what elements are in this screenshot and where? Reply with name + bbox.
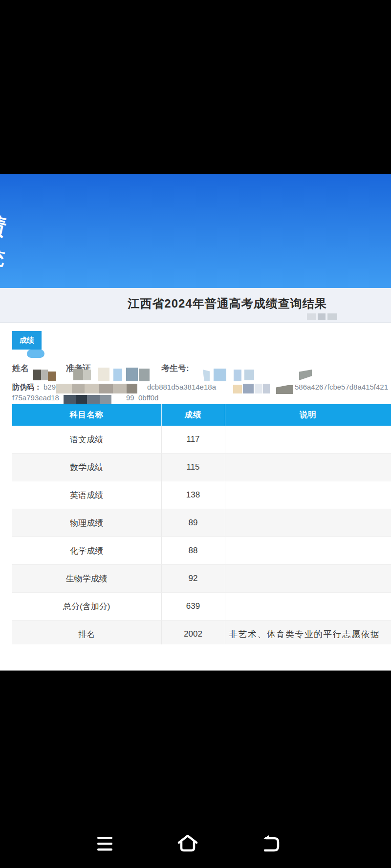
security-code-text: b29 (43, 383, 56, 391)
censor-block (126, 368, 138, 381)
subject-cell: 排名 (12, 620, 161, 645)
note-cell (225, 537, 391, 565)
note-cell (225, 481, 391, 509)
header-score: 成绩 (161, 404, 225, 426)
censor-block (76, 395, 87, 404)
censor-block (33, 370, 41, 380)
table-row: 总分(含加分)639 (12, 593, 391, 620)
censor-block (263, 384, 270, 393)
score-table-wrapper: 科目名称 成绩 说明 语文成绩117数学成绩115英语成绩138物理成绩89化学… (12, 404, 391, 644)
header-subject: 科目名称 (12, 404, 161, 426)
table-row: 生物学成绩92 (12, 565, 391, 593)
censor-block (318, 313, 326, 320)
banner: 绩 统 (0, 174, 391, 288)
censor-block (113, 384, 127, 393)
note-cell (225, 454, 391, 481)
name-label: 姓名 (12, 363, 29, 374)
home-icon (177, 834, 198, 852)
censor-block (99, 384, 113, 393)
page-title: 江西省2024年普通高考成绩查询结果 (0, 288, 391, 311)
score-cell: 2002 (161, 620, 225, 645)
menu-icon (97, 836, 113, 852)
score-cell: 117 (161, 426, 225, 454)
censor-block (255, 384, 262, 393)
censor-block (203, 370, 210, 381)
censor-block (64, 395, 76, 404)
table-row: 排名2002非艺术、体育类专业的平行志愿依据 (12, 620, 391, 645)
candidate-no-label: 考生号: (161, 363, 189, 374)
censor-block (234, 370, 241, 381)
censor-block (85, 384, 99, 393)
table-row: 化学成绩88 (12, 537, 391, 565)
table-row: 物理成绩89 (12, 509, 391, 537)
table-header-row: 科目名称 成绩 说明 (12, 404, 391, 426)
censor-block (72, 384, 85, 393)
censor-block (244, 370, 254, 380)
censor-block (214, 369, 226, 381)
table-row: 数学成绩115 (12, 454, 391, 481)
censor-block (139, 369, 150, 381)
censor-block (243, 384, 254, 393)
subject-cell: 化学成绩 (12, 537, 161, 565)
censor-block (56, 384, 72, 393)
subject-cell: 语文成绩 (12, 426, 161, 454)
censor-block (48, 372, 56, 381)
censor-block (83, 370, 91, 380)
menu-button[interactable] (97, 836, 113, 852)
censor-block (73, 369, 83, 380)
score-table: 科目名称 成绩 说明 语文成绩117数学成绩115英语成绩138物理成绩89化学… (12, 404, 391, 644)
score-cell: 138 (161, 481, 225, 509)
table-row: 英语成绩138 (12, 481, 391, 509)
censor-block (100, 395, 111, 404)
note-cell (225, 509, 391, 537)
security-code-text: 0bff0d (138, 393, 158, 402)
score-table-body: 语文成绩117数学成绩115英语成绩138物理成绩89化学成绩88生物学成绩92… (12, 426, 391, 644)
security-code-text: 586a4267fcbe57d8a415f421 (295, 383, 388, 391)
subject-cell: 物理成绩 (12, 509, 161, 537)
subject-cell: 英语成绩 (12, 481, 161, 509)
censor-block (127, 384, 137, 393)
table-row: 语文成绩117 (12, 426, 391, 454)
censor-block (327, 313, 337, 320)
subject-cell: 生物学成绩 (12, 565, 161, 593)
home-button[interactable] (177, 834, 198, 852)
note-cell (225, 565, 391, 593)
censor-block (299, 370, 312, 380)
security-code-text: dcb881d5a3814e18a (147, 383, 216, 391)
subject-cell: 数学成绩 (12, 454, 161, 481)
note-cell (225, 593, 391, 620)
banner-clipped-char-bottom: 统 (0, 244, 7, 271)
score-cell: 89 (161, 509, 225, 537)
security-code-label: 防伪码： (12, 383, 42, 392)
security-code-text: f75a793ead18 (12, 393, 59, 402)
censor-blob (27, 350, 44, 358)
header-note: 说明 (225, 404, 391, 426)
note-cell: 非艺术、体育类专业的平行志愿依据 (225, 620, 391, 645)
score-cell: 92 (161, 565, 225, 593)
note-cell (225, 426, 391, 454)
score-cell: 88 (161, 537, 225, 565)
score-cell: 639 (161, 593, 225, 620)
back-button[interactable] (261, 835, 280, 852)
censor-block (87, 395, 100, 404)
censor-block (233, 385, 242, 393)
tab-score[interactable]: 成绩 (12, 331, 42, 350)
webview-screen: 绩 统 江西省2024年普通高考成绩查询结果 成绩 姓名 准考证 考生号: 防伪… (0, 174, 391, 671)
censor-block (41, 370, 48, 380)
security-code-text: 99 (126, 393, 134, 402)
subject-cell: 总分(含加分) (12, 593, 161, 620)
banner-clipped-char-top: 绩 (0, 209, 9, 243)
back-icon (261, 835, 280, 852)
score-cell: 115 (161, 454, 225, 481)
censor-block (113, 369, 122, 381)
censor-block (98, 368, 109, 381)
censor-block (307, 313, 316, 320)
